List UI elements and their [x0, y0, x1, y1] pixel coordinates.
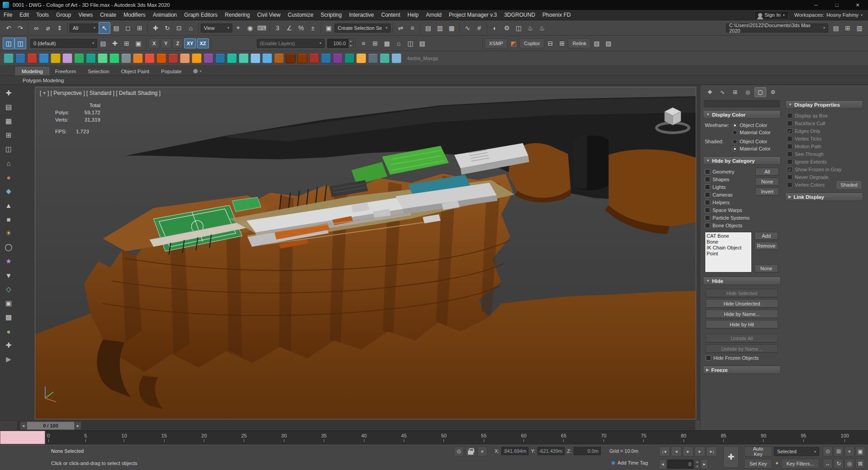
tab-populate[interactable]: Populate — [155, 67, 187, 75]
project-folder-icon[interactable]: ▤ — [830, 22, 842, 34]
ignore-extents-checkbox[interactable]: Ignore Extents — [787, 158, 861, 165]
hide-selected-button[interactable]: Hide Selected — [706, 289, 778, 297]
checkbox[interactable] — [705, 192, 710, 197]
auto-key-button[interactable]: Auto Key — [744, 446, 772, 456]
spinner-snap-icon[interactable]: ± — [307, 22, 319, 34]
plugin-icon[interactable] — [274, 53, 284, 63]
category-checkbox-row[interactable]: Shapes — [705, 175, 753, 183]
left-tool-icon[interactable]: ☀ — [2, 227, 15, 240]
selection-filter-dropdown[interactable]: All▾ — [70, 24, 99, 33]
left-tool-icon[interactable]: ★ — [2, 255, 15, 268]
shaded-object-color-radio[interactable] — [732, 139, 737, 144]
time-slider-handle[interactable]: ◄ 0 / 100 ► — [20, 422, 81, 430]
tab-modify[interactable]: ∿ — [717, 87, 728, 97]
viewport-layout-alt-icon[interactable]: ◫ — [14, 38, 26, 49]
key-mode-dropdown[interactable]: Selected▾ — [774, 447, 819, 456]
list-item[interactable]: IK Chain Object — [707, 245, 750, 251]
previous-frame-arrow-icon[interactable]: ◄ — [20, 422, 27, 430]
plugin-icon[interactable] — [392, 53, 401, 63]
render-production-icon[interactable]: ♨ — [524, 22, 536, 34]
plugin-icon[interactable] — [180, 53, 190, 63]
z-coordinate-field[interactable]: 0.0m — [574, 447, 601, 455]
grid-snap-icon[interactable]: ⊞ — [369, 38, 381, 49]
angle-snap-icon[interactable]: ∠ — [283, 22, 295, 34]
plugin-icon[interactable] — [203, 53, 213, 63]
copitor-grid-a-icon[interactable]: ⊟ — [544, 38, 556, 49]
rollout-header-hide-by-category[interactable]: ▼Hide by Category — [703, 156, 781, 165]
menu-item[interactable]: Group — [52, 10, 75, 20]
plugin-icon[interactable] — [145, 53, 155, 63]
never-degrade-checkbox[interactable]: Never Degrade — [787, 173, 861, 181]
y-coordinate-field[interactable]: -621.439m — [538, 447, 565, 455]
menu-item[interactable]: Edit — [16, 10, 33, 20]
plugin-icon[interactable] — [133, 53, 143, 63]
maximize-button[interactable]: □ — [826, 0, 847, 10]
bind-to-space-warp-icon[interactable]: ⇕ — [54, 22, 66, 34]
category-all-button[interactable]: All — [755, 168, 779, 176]
restrict-z-button[interactable]: Z — [172, 38, 183, 48]
field-of-view-icon[interactable]: ◎ — [844, 459, 854, 469]
menu-item[interactable]: Customize — [284, 10, 317, 20]
object-name-field[interactable] — [704, 100, 780, 107]
checkbox[interactable] — [705, 207, 710, 213]
category-list-none-button[interactable]: None — [755, 264, 778, 273]
reference-coordinate-dropdown[interactable]: View▾ — [201, 24, 232, 33]
menu-item[interactable]: Civil View — [254, 10, 284, 20]
tab-selection[interactable]: Selection — [82, 67, 115, 75]
plugin-icon[interactable] — [297, 53, 307, 63]
zoom-icon[interactable]: ⊙ — [823, 446, 833, 456]
menu-item[interactable]: Graph Editors — [180, 10, 221, 20]
plugin-icon[interactable] — [239, 53, 249, 63]
weight-table-icon[interactable]: ≡ — [358, 38, 369, 49]
plugin-icon[interactable] — [192, 53, 202, 63]
category-checkbox-row[interactable]: Space Warps — [705, 206, 753, 214]
left-tool-icon[interactable]: ▶ — [2, 353, 15, 366]
tab-motion[interactable]: ◎ — [742, 87, 754, 97]
category-none-button[interactable]: None — [755, 178, 779, 186]
polygon-modeling-panel-header[interactable]: Polygon Modeling — [0, 76, 868, 85]
list-item[interactable]: Point — [707, 251, 750, 257]
copitor-grid-b-icon[interactable]: ⊞ — [556, 38, 568, 49]
menu-item[interactable]: Tools — [33, 10, 52, 20]
current-frame-field[interactable]: 0 — [667, 460, 693, 469]
mirror-tool-icon[interactable]: ◫ — [405, 38, 416, 49]
go-to-end-button[interactable]: ►| — [706, 446, 717, 456]
menu-item[interactable]: Animation — [149, 10, 180, 20]
tab-utilities[interactable]: ⚙ — [767, 87, 779, 97]
xsmp-plugin-icon[interactable]: ◩ — [508, 38, 519, 49]
hide-unselected-button[interactable]: Hide Unselected — [706, 299, 778, 308]
select-and-move-icon[interactable]: ✚ — [150, 22, 161, 34]
left-tool-icon[interactable]: ◆ — [2, 185, 15, 197]
menu-item[interactable]: Views — [75, 10, 96, 20]
home-grid-icon[interactable]: ⌂ — [393, 38, 405, 49]
file-reference-icon[interactable]: ▥ — [854, 22, 865, 34]
plugin-icon[interactable] — [344, 53, 354, 63]
menu-item[interactable]: 3DGROUND — [500, 10, 539, 20]
viewport-label[interactable]: [ + ] [ Perspective ] [ Standard ] [ Def… — [40, 90, 160, 96]
percent-snap-icon[interactable]: % — [295, 22, 307, 34]
checkbox[interactable] — [705, 215, 710, 221]
ribbon-options-dropdown[interactable]: ▾ — [193, 69, 202, 75]
use-pivot-point-icon[interactable]: ⌖ — [232, 22, 244, 34]
unhide-all-button[interactable]: Unhide All — [706, 334, 778, 343]
curve-editor-icon[interactable]: ∿ — [462, 22, 473, 34]
tab-modeling[interactable]: Modeling — [15, 67, 49, 75]
render-setup-icon[interactable]: ⚙ — [501, 22, 513, 34]
set-key-button[interactable]: Set Key — [744, 459, 772, 469]
plugin-icon[interactable] — [215, 53, 225, 63]
motion-path-checkbox[interactable]: Motion Path — [787, 142, 861, 150]
restrict-x-button[interactable]: X — [149, 38, 160, 48]
frame-spinner[interactable]: ▲▼ — [694, 460, 700, 469]
plugin-icon[interactable] — [262, 53, 272, 63]
left-tool-icon[interactable]: ● — [2, 325, 15, 338]
plugin-icon[interactable] — [74, 53, 84, 63]
menu-item[interactable]: Rendering — [221, 10, 253, 20]
checkbox[interactable] — [705, 177, 710, 182]
menu-item[interactable]: Scripting — [317, 10, 345, 20]
restrict-xy-plane-button[interactable]: XY — [184, 38, 196, 48]
plugin-icon[interactable] — [86, 53, 96, 63]
select-and-manipulate-icon[interactable]: ◉ — [244, 22, 256, 34]
shaded-material-color-radio[interactable] — [732, 146, 737, 151]
category-checkbox-row[interactable]: Geometry — [705, 168, 753, 175]
keyboard-shortcut-override-icon[interactable]: ⌨ — [256, 22, 268, 34]
